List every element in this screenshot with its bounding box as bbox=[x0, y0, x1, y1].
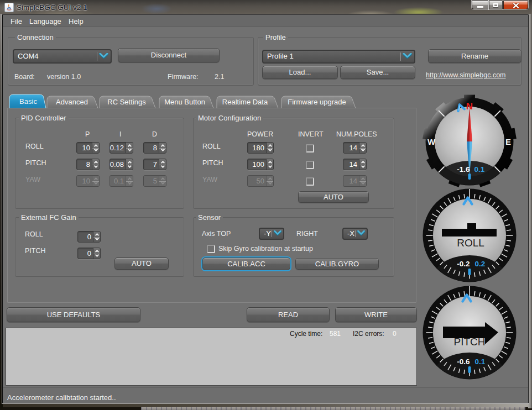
svg-text:Firmware upgrade: Firmware upgrade bbox=[288, 98, 346, 106]
svg-text:-0.2: -0.2 bbox=[457, 260, 470, 268]
svg-text:Advanced: Advanced bbox=[56, 98, 88, 106]
svg-text:-0.6: -0.6 bbox=[457, 358, 470, 366]
svg-text:Realtime Data: Realtime Data bbox=[222, 98, 268, 106]
svg-text:RC Settings: RC Settings bbox=[107, 98, 146, 106]
svg-text:ROLL: ROLL bbox=[457, 237, 484, 249]
svg-text:PITCH: PITCH bbox=[454, 336, 486, 348]
svg-text:0.1: 0.1 bbox=[475, 358, 486, 366]
svg-text:Menu Button: Menu Button bbox=[164, 98, 205, 106]
svg-text:E: E bbox=[505, 137, 511, 146]
svg-text:0.2: 0.2 bbox=[475, 260, 486, 268]
svg-text:Basic: Basic bbox=[19, 97, 37, 106]
svg-text:-1.6: -1.6 bbox=[457, 165, 470, 174]
svg-text:0.1: 0.1 bbox=[474, 165, 485, 174]
svg-text:W: W bbox=[427, 137, 436, 146]
